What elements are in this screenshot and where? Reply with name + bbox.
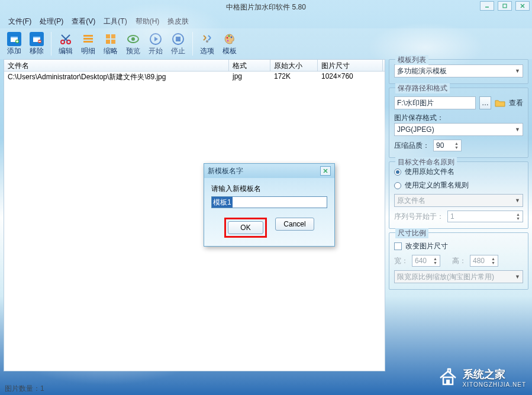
svg-rect-12 (83, 35, 93, 37)
remove-icon (30, 32, 44, 46)
chevron-down-icon: ▼ (515, 68, 520, 74)
svg-point-24 (206, 40, 208, 43)
toolbar-sep (51, 32, 51, 56)
toolbar-template[interactable]: 模板 (219, 30, 240, 58)
save-path-input[interactable]: F:\水印图片 (394, 96, 476, 109)
quality-label: 压缩品质： (394, 141, 430, 151)
browse-button[interactable]: … (479, 96, 491, 109)
house-icon (438, 368, 458, 388)
toolbar: 添加 移除 编辑 明细 缩略 预览 开始 停止 选项 模板 (0, 28, 532, 59)
add-icon (7, 32, 21, 46)
width-label: 宽： (394, 256, 408, 266)
dialog-prompt: 请输入新模板名 (211, 184, 327, 194)
stop-icon (171, 32, 185, 46)
spinner-icon: ▲▼ (491, 257, 495, 265)
dialog-close-button[interactable] (320, 166, 331, 176)
col-rawsize[interactable]: 原始大小 (270, 60, 318, 71)
eye-icon (126, 32, 140, 46)
svg-rect-13 (83, 38, 93, 40)
svg-point-26 (228, 35, 230, 37)
col-filename[interactable]: 文件名 (4, 60, 229, 71)
menu-help[interactable]: 帮助(H) (132, 15, 163, 28)
naming-pattern-select: 原文件名 ▼ (394, 194, 523, 207)
toolbar-options[interactable]: 选项 (196, 30, 218, 58)
toolbar-stop[interactable]: 停止 (167, 30, 189, 58)
template-name-input[interactable]: 模板1 (211, 196, 327, 208)
menu-file[interactable]: 文件(F) (5, 15, 35, 28)
window-title: 中格图片加水印软件 5.80 (226, 2, 306, 12)
new-template-dialog: 新模板名字 请输入新模板名 模板1 OK Cancel (204, 163, 335, 247)
group-title: 模板列表 (395, 55, 428, 65)
watermark-url: XITONGZHIJIA.NET (463, 381, 527, 388)
cell-filename: C:\Users\Administrator\Desktop\新建文件夹\89.… (4, 72, 229, 82)
svg-rect-17 (106, 40, 110, 44)
chevron-down-icon: ▼ (515, 198, 520, 203)
maximize-button[interactable] (498, 1, 512, 11)
list-header: 文件名 格式 原始大小 图片尺寸 (4, 60, 385, 72)
svg-rect-1 (503, 4, 507, 8)
chevron-down-icon: ▼ (515, 274, 520, 280)
svg-point-27 (231, 36, 233, 38)
height-label: 高： (452, 256, 466, 266)
save-format-label: 图片保存格式： (394, 113, 444, 123)
radio-use-custom[interactable]: 使用定义的重名规则 (394, 180, 523, 190)
close-button[interactable] (515, 1, 530, 11)
toolbar-detail[interactable]: 明细 (78, 30, 99, 58)
svg-rect-5 (11, 37, 18, 38)
svg-rect-16 (111, 34, 115, 38)
group-naming: 目标文件命名原则 使用原始文件名 使用定义的重名规则 原文件名 ▼ 序列号开始于… (389, 161, 528, 229)
play-icon (149, 32, 163, 46)
title-bar: 中格图片加水印软件 5.80 (0, 0, 532, 14)
options-icon (200, 32, 214, 46)
svg-rect-15 (106, 34, 110, 38)
scale-mode-select: 限宽原比例缩放(淘宝图片常用) ▼ (394, 270, 523, 283)
dialog-title: 新模板名字 (208, 166, 243, 176)
folder-icon[interactable] (495, 98, 505, 108)
view-label[interactable]: 查看 (509, 98, 523, 108)
detail-icon (81, 32, 95, 46)
radio-dot-icon (394, 169, 401, 176)
toolbar-edit[interactable]: 编辑 (55, 30, 76, 58)
resize-checkbox[interactable] (394, 242, 402, 250)
svg-rect-8 (33, 37, 40, 38)
menu-bar: 文件(F) 处理(P) 查看(V) 工具(T) 帮助(H) 换皮肤 (0, 14, 532, 28)
file-count: 图片数量：1 (5, 384, 44, 393)
save-format-select[interactable]: JPG(JPEG) ▼ (394, 123, 523, 136)
spinner-icon: ▲▼ (516, 212, 520, 221)
group-template-list: 模板列表 多功能演示模板 ▼ (389, 59, 528, 84)
minimize-button[interactable] (480, 1, 494, 11)
svg-point-20 (131, 37, 135, 41)
svg-point-28 (227, 40, 229, 41)
seq-label: 序列号开始于： (394, 212, 444, 222)
dialog-titlebar[interactable]: 新模板名字 (204, 164, 334, 178)
toolbar-remove[interactable]: 移除 (26, 30, 47, 58)
spinner-icon: ▲▼ (433, 257, 437, 265)
scissors-icon (59, 32, 73, 46)
chevron-down-icon: ▼ (515, 127, 520, 132)
menu-view[interactable]: 查看(V) (68, 15, 99, 28)
quality-spinner[interactable]: 90 ▲▼ (433, 140, 462, 151)
toolbar-add[interactable]: 添加 (4, 30, 25, 58)
menu-process[interactable]: 处理(P) (36, 15, 67, 28)
svg-rect-30 (446, 380, 450, 384)
svg-rect-14 (83, 41, 93, 43)
ok-button[interactable]: OK (228, 221, 263, 234)
dialog-buttons: OK Cancel (211, 218, 327, 238)
cancel-button[interactable]: Cancel (275, 218, 314, 231)
toolbar-start[interactable]: 开始 (145, 30, 166, 58)
toolbar-preview[interactable]: 预览 (122, 30, 144, 58)
col-format[interactable]: 格式 (229, 60, 270, 71)
palette-icon (223, 32, 237, 46)
col-dimensions[interactable]: 图片尺寸 (318, 60, 383, 71)
radio-use-original[interactable]: 使用原始文件名 (394, 167, 523, 177)
template-select[interactable]: 多功能演示模板 ▼ (394, 64, 523, 77)
input-selected-text: 模板1 (212, 197, 233, 208)
resize-label: 改变图片尺寸 (405, 241, 448, 251)
toolbar-thumb[interactable]: 缩略 (100, 30, 121, 58)
ok-highlight-box: OK (224, 218, 267, 238)
menu-tools[interactable]: 工具(T) (100, 15, 130, 28)
menu-skin[interactable]: 换皮肤 (164, 15, 192, 28)
page-watermark: 系统之家 XITONGZHIJIA.NET (438, 367, 527, 388)
height-spinner: 480 ▲▼ (470, 255, 498, 267)
table-row[interactable]: C:\Users\Administrator\Desktop\新建文件夹\89.… (4, 72, 385, 82)
